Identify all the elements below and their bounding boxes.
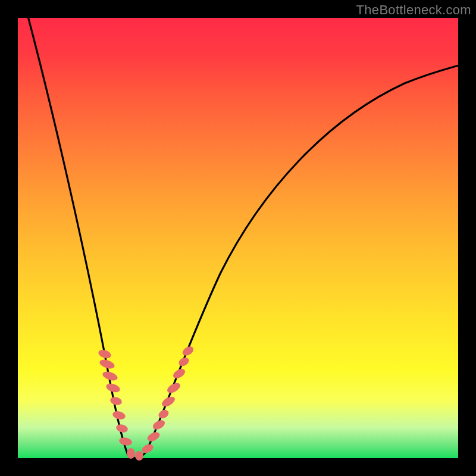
- svg-point-11: [146, 430, 161, 443]
- bottleneck-curve-svg: [18, 18, 458, 458]
- svg-point-8: [127, 448, 135, 459]
- svg-point-4: [109, 396, 123, 406]
- svg-point-7: [118, 436, 133, 446]
- chart-frame: TheBottleneck.com: [0, 0, 476, 476]
- bottleneck-curve: [27, 12, 470, 458]
- marker-cluster: [98, 345, 195, 461]
- svg-point-6: [115, 423, 129, 433]
- svg-point-9: [135, 451, 143, 461]
- svg-point-3: [105, 382, 121, 393]
- plot-area: [18, 18, 458, 458]
- svg-point-0: [98, 348, 112, 359]
- svg-point-5: [112, 410, 127, 421]
- svg-point-10: [140, 443, 155, 455]
- watermark-text: TheBottleneck.com: [356, 2, 471, 18]
